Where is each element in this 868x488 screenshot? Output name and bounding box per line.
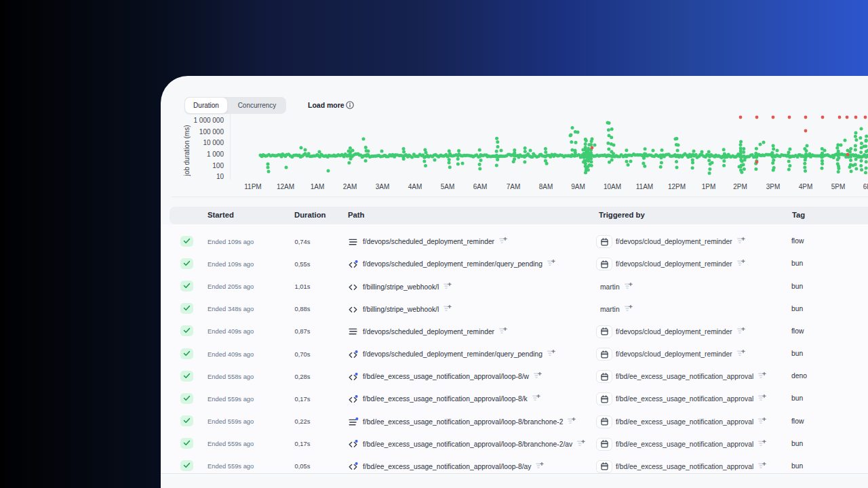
svg-text:10: 10: [216, 173, 224, 180]
svg-text:3AM: 3AM: [376, 183, 390, 190]
svg-text:10 000: 10 000: [203, 139, 224, 146]
svg-text:10AM: 10AM: [604, 183, 621, 190]
svg-text:1PM: 1PM: [702, 183, 716, 190]
svg-text:6PM: 6PM: [863, 183, 868, 190]
svg-text:2AM: 2AM: [343, 183, 357, 190]
svg-text:1 000 000: 1 000 000: [194, 117, 224, 124]
svg-text:3PM: 3PM: [766, 183, 781, 190]
svg-text:12AM: 12AM: [277, 183, 294, 190]
svg-text:5PM: 5PM: [831, 183, 846, 190]
svg-text:9AM: 9AM: [571, 183, 585, 190]
svg-text:job duration (ms): job duration (ms): [183, 125, 191, 176]
svg-text:100 000: 100 000: [199, 128, 224, 136]
svg-text:100: 100: [212, 162, 224, 169]
svg-text:12PM: 12PM: [668, 183, 686, 190]
svg-text:6AM: 6AM: [473, 183, 488, 190]
svg-text:4PM: 4PM: [799, 183, 813, 190]
svg-text:5AM: 5AM: [441, 183, 455, 190]
svg-text:8AM: 8AM: [539, 183, 553, 190]
svg-text:11AM: 11AM: [636, 183, 653, 190]
svg-text:2PM: 2PM: [733, 183, 747, 190]
svg-text:7AM: 7AM: [507, 183, 521, 190]
svg-text:11PM: 11PM: [244, 183, 261, 190]
svg-text:1 000: 1 000: [207, 150, 224, 158]
svg-text:4AM: 4AM: [408, 183, 422, 190]
svg-text:1AM: 1AM: [311, 183, 325, 190]
